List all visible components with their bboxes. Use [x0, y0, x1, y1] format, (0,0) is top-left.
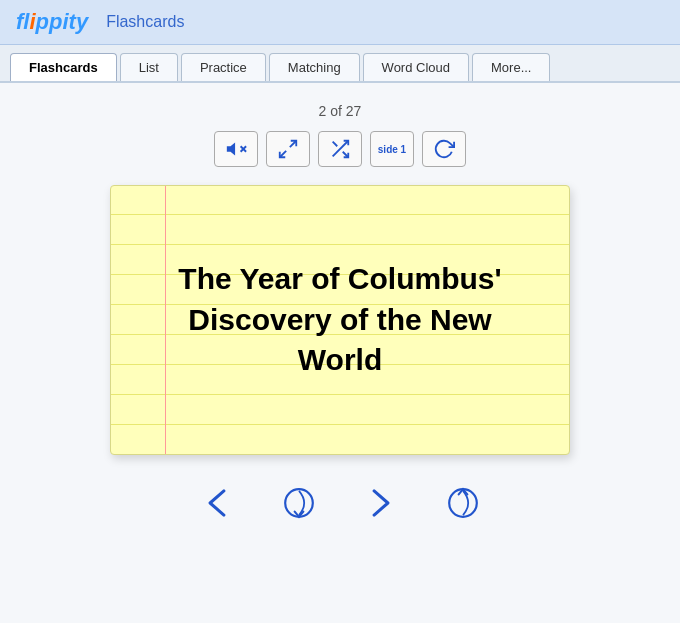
side-button[interactable]: side 1 [370, 131, 414, 167]
header: flippity Flashcards [0, 0, 680, 45]
tab-practice[interactable]: Practice [181, 53, 266, 81]
main-content: 2 of 27 [0, 83, 680, 623]
mute-button[interactable] [214, 131, 258, 167]
next-button[interactable] [355, 479, 407, 527]
card-counter: 2 of 27 [319, 103, 362, 119]
flashcard-text: The Year of Columbus' Discovery of the N… [111, 229, 569, 411]
controls-toolbar: side 1 [214, 131, 466, 167]
fullscreen-button[interactable] [266, 131, 310, 167]
navigation-buttons [191, 479, 489, 527]
svg-line-3 [280, 151, 286, 157]
flip-up-button[interactable] [437, 479, 489, 527]
prev-button[interactable] [191, 479, 243, 527]
flip-down-button[interactable] [273, 479, 325, 527]
svg-point-9 [449, 489, 477, 517]
svg-line-4 [290, 141, 296, 147]
header-title: Flashcards [106, 13, 184, 31]
svg-marker-0 [227, 143, 235, 156]
flip-button[interactable] [422, 131, 466, 167]
flashcard[interactable]: The Year of Columbus' Discovery of the N… [110, 185, 570, 455]
svg-point-8 [285, 489, 313, 517]
tab-wordcloud[interactable]: Word Cloud [363, 53, 469, 81]
tab-matching[interactable]: Matching [269, 53, 360, 81]
tab-list[interactable]: List [120, 53, 178, 81]
tab-flashcards[interactable]: Flashcards [10, 53, 117, 81]
tab-bar: Flashcards List Practice Matching Word C… [0, 45, 680, 83]
shuffle-button[interactable] [318, 131, 362, 167]
logo[interactable]: flippity [16, 9, 88, 35]
tab-more[interactable]: More... [472, 53, 550, 81]
svg-line-7 [333, 142, 338, 147]
